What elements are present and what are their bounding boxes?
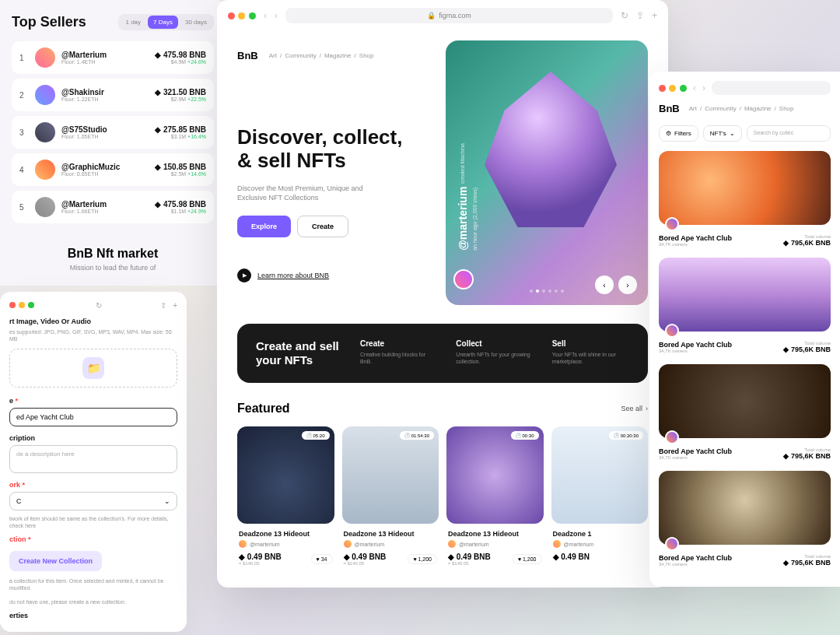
- play-icon: ▶: [237, 268, 251, 282]
- avatar: [35, 85, 55, 105]
- collection-card[interactable]: Bored Ape Yacht Club34,7K owners Total v…: [659, 364, 831, 460]
- network-select[interactable]: C⌄: [9, 492, 177, 510]
- collections-panel: ‹ › BnB Art / Community / Magazine / Sho…: [649, 72, 840, 587]
- share-icon[interactable]: ⇪: [160, 301, 166, 310]
- collection-card[interactable]: Bored Ape Yacht Club34,7K owners Total v…: [659, 471, 831, 567]
- seller-row[interactable]: 3 @S75StudioFloor: 1.05ETH ◆ 275.85 BNB$…: [12, 116, 214, 149]
- seller-row[interactable]: 2 @ShakinsirFloor: 1.22ETH ◆ 321.50 BNB$…: [12, 79, 214, 111]
- create-button[interactable]: Create: [297, 216, 348, 237]
- logo[interactable]: BnB: [659, 103, 680, 114]
- like-button[interactable]: ♥ 1,200: [513, 554, 542, 564]
- upload-dropzone[interactable]: 📁: [9, 349, 177, 388]
- market-title: BnB Nft market: [12, 247, 214, 261]
- time-badge: 🕐 05:20: [302, 431, 330, 440]
- collection-card[interactable]: Bored Ape Yacht Club34,7K owners Total v…: [659, 151, 831, 247]
- avatar: [35, 47, 55, 68]
- like-button[interactable]: ♥ 1,200: [408, 554, 437, 564]
- avatar: [35, 122, 55, 142]
- tab-7days[interactable]: 7 Days: [148, 16, 178, 29]
- top-sellers-panel: Top Sellers 1 day 7 Days 30 days 1 @Mart…: [0, 0, 226, 286]
- period-tabs: 1 day 7 Days 30 days: [118, 14, 214, 30]
- time-badge: 🕐 00:20:30: [609, 431, 643, 440]
- back-icon[interactable]: ‹: [264, 10, 267, 21]
- breadcrumb: Art / Community / Magazine / Shop: [269, 52, 374, 59]
- upload-icon: 📁: [82, 357, 104, 379]
- time-badge: 🕐 01:54:30: [400, 431, 434, 440]
- refresh-icon[interactable]: ↻: [621, 10, 628, 21]
- hero-image: @marterium created Machinaan hour ago (2…: [446, 40, 648, 305]
- avatar: [665, 217, 679, 231]
- avatar: [35, 160, 55, 180]
- seller-row[interactable]: 1 @MarteriumFloor: 1.4ETH ◆ 475.98 BNB$4…: [12, 41, 214, 74]
- name-input[interactable]: [9, 408, 177, 426]
- avatar: [35, 197, 55, 217]
- main-window: ‹ › 🔒figma.com ↻ ⇪ + BnB Art / Community…: [217, 0, 668, 588]
- nft-card[interactable]: 🕐 00:30 Deadzone 13 Hideout @marterium ◆…: [446, 426, 544, 572]
- see-all-link[interactable]: See all ›: [621, 405, 648, 412]
- share-icon[interactable]: ⇪: [636, 10, 644, 21]
- address-bar[interactable]: 🔒figma.com: [285, 8, 613, 23]
- nft-card[interactable]: 🕐 05:20 Deadzone 13 Hideout @marterium ◆…: [237, 426, 334, 572]
- info-bar: Create and sell your NFTs CreateCreative…: [237, 324, 648, 383]
- collection-card[interactable]: Bored Ape Yacht Club34,7K owners Total v…: [659, 258, 831, 353]
- chevron-down-icon: ⌄: [164, 497, 170, 505]
- like-button[interactable]: ♥ 34: [311, 554, 333, 564]
- time-badge: 🕐 00:30: [511, 431, 539, 440]
- avatar: [665, 430, 679, 444]
- next-slide-icon[interactable]: ›: [618, 275, 637, 294]
- avatar: [665, 324, 679, 338]
- nft-card[interactable]: 🕐 00:20:30 Deadzone 1 @marterium ◆ 0.49 …: [551, 426, 649, 572]
- tab-30days[interactable]: 30 days: [180, 16, 212, 29]
- plus-icon[interactable]: +: [173, 301, 177, 310]
- tab-1day[interactable]: 1 day: [120, 16, 146, 29]
- avatar: [665, 537, 679, 551]
- learn-more-link[interactable]: ▶ Learn more about BNB: [237, 268, 430, 282]
- hero-avatar[interactable]: [453, 269, 474, 289]
- top-sellers-title: Top Sellers: [12, 14, 86, 30]
- nfts-dropdown[interactable]: NFT's ⌄: [703, 125, 742, 142]
- prev-slide-icon[interactable]: ‹: [595, 275, 614, 294]
- hero-title: Discover, collect,& sell NFTs: [237, 126, 430, 173]
- logo[interactable]: BnB: [237, 50, 258, 61]
- upload-hint: es supported: JPG, PNG, GIF, SVG, MP3, W…: [9, 328, 177, 342]
- seller-row[interactable]: 5 @MarteriumFloor: 1.66ETH ◆ 475.98 BNB$…: [12, 191, 214, 223]
- lock-icon: 🔒: [427, 12, 436, 19]
- address-bar[interactable]: [712, 81, 831, 95]
- back-icon[interactable]: ‹: [693, 82, 696, 93]
- explore-button[interactable]: Explore: [237, 216, 291, 237]
- upload-label: rt Image, Video Or Audio: [9, 318, 177, 325]
- forward-icon[interactable]: ›: [275, 10, 278, 21]
- filters-button[interactable]: ⚙Filters: [659, 125, 698, 142]
- featured-title: Featured: [237, 402, 290, 416]
- create-form-panel: ↻ ⇪+ rt Image, Video Or Audio es support…: [0, 292, 187, 632]
- create-collection-button[interactable]: Create New Collection: [9, 551, 102, 571]
- hero-subtitle: Discover the Most Premium, Unique and Ex…: [237, 184, 393, 203]
- chevron-down-icon: ⌄: [730, 130, 735, 137]
- refresh-icon[interactable]: ↻: [96, 301, 102, 310]
- search-input[interactable]: Search by collec: [747, 125, 831, 142]
- forward-icon[interactable]: ›: [702, 82, 705, 93]
- market-sub: Mission to lead the future of: [12, 264, 214, 272]
- new-tab-icon[interactable]: +: [652, 10, 657, 21]
- nft-card[interactable]: 🕐 01:54:30 Deadzone 13 Hideout @marteriu…: [342, 426, 439, 572]
- description-input[interactable]: de a description here: [9, 445, 177, 473]
- filter-icon: ⚙: [666, 130, 671, 137]
- slide-dots[interactable]: [530, 289, 564, 293]
- seller-row[interactable]: 4 @GraphicMuzicFloor: 0.85ETH ◆ 150.85 B…: [12, 153, 214, 186]
